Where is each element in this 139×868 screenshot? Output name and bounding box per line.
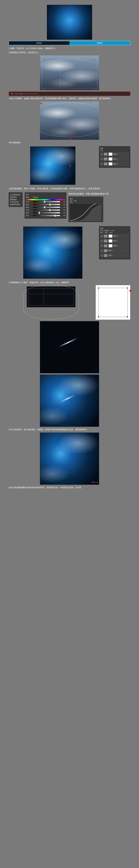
curves-panel[interactable]: 曲线 预设：自定 RGB: [68, 196, 103, 222]
layer-row[interactable]: 黑白 1: [100, 157, 129, 161]
hue-strip: [26, 199, 65, 200]
slider-value: 20: [61, 212, 65, 214]
layer-name: 背景: [108, 254, 112, 256]
slider-track[interactable]: [33, 210, 60, 211]
layers-panel[interactable]: 图层 正常 曲线 1 黑白 1 图层 2: [99, 146, 130, 168]
slider-label: 红色: [26, 201, 32, 203]
step4-text: 4.复制刚刚的三个图层，并旋转180，往左上移动移动一点点。调整细节: [9, 281, 130, 284]
step3-text: 3.建立图层蒙板，开放一个缺角，中间白两头黑，合适的低黑高白渐变，再用大圆笔刻挡…: [9, 187, 130, 190]
clouds-warp-preview: [40, 55, 99, 90]
visibility-icon[interactable]: [101, 254, 103, 256]
layer-row[interactable]: 图层 2: [100, 244, 129, 248]
layer-row[interactable]: 曲线 1: [100, 234, 129, 238]
slider-value: 60: [61, 209, 65, 211]
layer-name: 黑白 1: [113, 240, 118, 242]
preset-label: 预设：: [26, 196, 32, 198]
warp-bounds[interactable]: [98, 288, 128, 317]
slider-label: 蓝色: [26, 212, 32, 214]
layer-row[interactable]: 曲线 1: [100, 152, 129, 156]
watermark: 脚本之家: [91, 481, 98, 484]
swatch-light: 0099d2: [70, 41, 130, 45]
layers-title: 图层: [100, 227, 129, 230]
layer-name: 黑白 1: [113, 158, 118, 160]
handle-indicator: ▼: [70, 137, 73, 140]
layer-row[interactable]: 图层 1: [100, 248, 129, 253]
slider-value: 80: [61, 215, 65, 216]
arrow-indicator: ▶: [69, 164, 72, 167]
layer-name: 图层 1: [108, 249, 113, 252]
warp-arc[interactable]: [40, 59, 99, 90]
gradient-preview: [47, 5, 92, 39]
warp-toolbar-highlight: 变形： 自定 ▾ 弯曲: 0.0 % H: 0.0 % V: 0.0 %: [9, 92, 130, 96]
opacity-label: 不透明度：: [103, 230, 110, 231]
warp-outline: ◀: [95, 285, 130, 320]
step1b-text: 拉渐变填充为背景层。别说你不会。。: [9, 51, 130, 54]
slider-label: 青色: [26, 209, 32, 211]
layers-panel[interactable]: 图层 正常 不透明度：100% 锁定： 填充：100% 曲线 1 黑白 1 图层…: [99, 226, 130, 259]
visibility-icon[interactable]: [101, 250, 103, 252]
curve-graph[interactable]: [70, 204, 101, 221]
layer-name: 图层 2: [113, 245, 118, 247]
slider-track[interactable]: [33, 207, 60, 208]
slider-label: 黄色: [26, 204, 32, 206]
swatch-dark: 021b2f: [9, 41, 70, 45]
step2b-text: 再次变换微调。: [9, 141, 130, 144]
warp-arc2[interactable]: [40, 102, 99, 137]
light-streak: [59, 338, 78, 347]
visibility-icon[interactable]: [101, 158, 103, 160]
slider-label: 绿色: [26, 206, 32, 209]
final-composite-1: [40, 375, 99, 427]
stars-with-streak: [40, 321, 99, 373]
slider-value: 60: [61, 204, 65, 205]
layer-name: 曲线 1: [113, 235, 118, 237]
warp-toolbar[interactable]: 变形： 自定 ▾ 弯曲: 0.0 % H: 0.0 % V: 0.0 %: [9, 92, 130, 95]
layer-row[interactable]: 背景: [100, 253, 129, 258]
masked-combo1: ▶: [30, 147, 76, 185]
preset-value[interactable]: 自定: [74, 200, 77, 202]
visibility-icon[interactable]: [101, 163, 103, 165]
warp-arc[interactable]: [23, 285, 79, 319]
side-instructions: 点击图层蒙板 选择黑白 调整蒙板 并勾选反相 创建剪贴蒙板: [9, 192, 23, 207]
layer-row[interactable]: 图层 2: [100, 162, 129, 166]
light-streak: [60, 395, 76, 403]
arrow-indicator: ◀: [129, 289, 131, 292]
preset-value[interactable]: 默认值: [33, 196, 38, 198]
blackwhite-panel[interactable]: 黑白 预设：默认值 红色40 黄色60 绿色40 青色60 蓝色20 洋红80: [25, 192, 66, 219]
step6-text: 6.建立图层蒙板擦除中间的多余的星和部分，背景基本完成，中间还有点显杂，不必理。: [9, 486, 130, 489]
channel-select[interactable]: RGB: [70, 202, 102, 204]
layer-row[interactable]: 黑白 1: [100, 239, 129, 243]
preset-label: 预设：: [70, 200, 74, 202]
lock-label: 锁定：: [100, 232, 105, 233]
visibility-icon[interactable]: [101, 245, 103, 247]
fill-label: 填充：: [105, 232, 109, 233]
step3b-text: 继续添加色阶蒙板、并建立剪贴蒙板选取如下图: [68, 192, 130, 195]
final-composite-2: 脚本之家: [40, 433, 99, 485]
visibility-icon[interactable]: [101, 153, 103, 155]
step1-text: 1.创建一个新文档，大小为1400×1400px，96像素/英寸。: [9, 47, 130, 50]
bw-title: 黑白: [26, 193, 29, 196]
handle-indicator: ▲: [40, 101, 43, 105]
step5-text: 5.导入星空图层，进行拱形变换，并复制。合并两个图层加图层蒙板改为柔光，透明度调…: [9, 428, 130, 431]
layers-title: 图层: [100, 147, 129, 150]
slider-value: 40: [61, 201, 65, 203]
combined-sky: [23, 226, 82, 279]
stars-warp-grid: [27, 286, 76, 307]
slider-label: 洋红: [26, 215, 32, 217]
visibility-icon[interactable]: [101, 235, 103, 237]
color-swatches: 021b2f 0099d2: [9, 41, 130, 45]
slider-track[interactable]: [33, 215, 60, 216]
layer-name: 图层 2: [113, 163, 118, 165]
slider-track[interactable]: [33, 201, 60, 202]
fill-value[interactable]: 100%: [109, 232, 112, 233]
curves-title: 曲线: [70, 198, 102, 200]
opacity-value[interactable]: 100%: [110, 230, 114, 231]
clouds-warp2: ▲ ▼: [40, 101, 99, 140]
step2-text: 2.输入天空图像，去编辑>变换>旋转180°。然后选择编辑>变换>变形，选择拱形…: [9, 97, 130, 100]
blend-mode[interactable]: 正常: [100, 150, 129, 152]
blend-mode[interactable]: 正常: [100, 230, 103, 231]
visibility-icon[interactable]: [101, 240, 103, 242]
slider-value: 40: [61, 207, 65, 208]
layer-name: 曲线 1: [113, 153, 118, 155]
slider-track[interactable]: [33, 212, 60, 213]
slider-track[interactable]: [33, 204, 60, 205]
